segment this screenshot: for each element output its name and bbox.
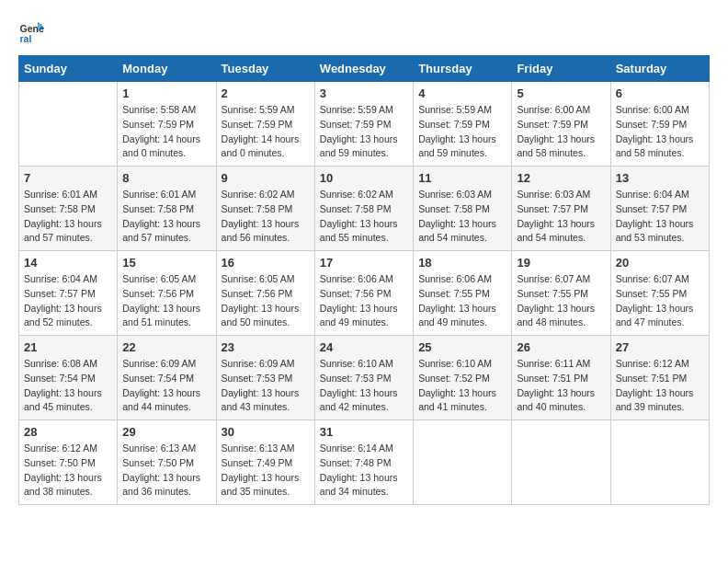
day-info: Sunrise: 6:06 AMSunset: 7:55 PMDaylight:… — [418, 272, 506, 330]
day-info: Sunrise: 6:05 AMSunset: 7:56 PMDaylight:… — [222, 272, 310, 330]
day-number: 1 — [122, 86, 210, 100]
day-info: Sunrise: 6:02 AMSunset: 7:58 PMDaylight:… — [320, 188, 408, 246]
day-number: 12 — [517, 171, 605, 185]
day-number: 18 — [418, 256, 506, 270]
calendar-cell: 26 Sunrise: 6:11 AMSunset: 7:51 PMDaylig… — [512, 336, 610, 420]
day-number: 19 — [517, 256, 605, 270]
day-info: Sunrise: 6:10 AMSunset: 7:53 PMDaylight:… — [320, 357, 408, 415]
day-number: 2 — [222, 86, 310, 100]
day-info: Sunrise: 6:04 AMSunset: 7:57 PMDaylight:… — [616, 188, 704, 246]
col-header-saturday: Saturday — [610, 56, 709, 82]
col-header-sunday: Sunday — [19, 56, 118, 82]
calendar-cell: 19 Sunrise: 6:07 AMSunset: 7:55 PMDaylig… — [512, 251, 610, 336]
day-info: Sunrise: 6:11 AMSunset: 7:51 PMDaylight:… — [517, 357, 605, 415]
week-row-3: 14 Sunrise: 6:04 AMSunset: 7:57 PMDaylig… — [19, 251, 710, 336]
day-info: Sunrise: 6:07 AMSunset: 7:55 PMDaylight:… — [517, 272, 605, 330]
day-number: 26 — [517, 340, 605, 354]
day-info: Sunrise: 5:59 AMSunset: 7:59 PMDaylight:… — [320, 103, 408, 161]
day-info: Sunrise: 5:58 AMSunset: 7:59 PMDaylight:… — [122, 103, 210, 161]
col-header-monday: Monday — [118, 56, 216, 82]
day-number: 9 — [222, 171, 310, 185]
day-number: 25 — [418, 340, 506, 354]
day-number: 8 — [122, 171, 210, 185]
calendar-cell: 6 Sunrise: 6:00 AMSunset: 7:59 PMDayligh… — [610, 82, 709, 167]
day-number: 4 — [418, 86, 506, 100]
calendar-cell: 9 Sunrise: 6:02 AMSunset: 7:58 PMDayligh… — [216, 167, 314, 251]
day-info: Sunrise: 6:02 AMSunset: 7:58 PMDaylight:… — [222, 188, 310, 246]
calendar-cell: 23 Sunrise: 6:09 AMSunset: 7:53 PMDaylig… — [216, 336, 314, 420]
day-number: 23 — [222, 340, 310, 354]
calendar-cell: 4 Sunrise: 5:59 AMSunset: 7:59 PMDayligh… — [414, 82, 512, 167]
day-info: Sunrise: 5:59 AMSunset: 7:59 PMDaylight:… — [222, 103, 310, 161]
svg-text:ral: ral — [20, 33, 32, 44]
calendar-cell: 2 Sunrise: 5:59 AMSunset: 7:59 PMDayligh… — [216, 82, 314, 167]
day-number: 28 — [24, 425, 112, 439]
calendar-cell: 30 Sunrise: 6:13 AMSunset: 7:49 PMDaylig… — [216, 420, 314, 505]
calendar-cell: 17 Sunrise: 6:06 AMSunset: 7:56 PMDaylig… — [314, 251, 413, 336]
week-row-5: 28 Sunrise: 6:12 AMSunset: 7:50 PMDaylig… — [19, 420, 710, 505]
day-info: Sunrise: 6:01 AMSunset: 7:58 PMDaylight:… — [122, 188, 210, 246]
calendar-cell: 31 Sunrise: 6:14 AMSunset: 7:48 PMDaylig… — [314, 420, 413, 505]
day-number: 22 — [122, 340, 210, 354]
day-info: Sunrise: 6:05 AMSunset: 7:56 PMDaylight:… — [122, 272, 210, 330]
calendar-cell: 1 Sunrise: 5:58 AMSunset: 7:59 PMDayligh… — [118, 82, 216, 167]
day-number: 5 — [517, 86, 605, 100]
logo: Gene ral — [18, 18, 50, 46]
calendar-cell: 16 Sunrise: 6:05 AMSunset: 7:56 PMDaylig… — [216, 251, 314, 336]
day-info: Sunrise: 6:01 AMSunset: 7:58 PMDaylight:… — [24, 188, 112, 246]
day-number: 31 — [320, 425, 408, 439]
day-info: Sunrise: 6:09 AMSunset: 7:53 PMDaylight:… — [222, 357, 310, 415]
calendar-cell: 27 Sunrise: 6:12 AMSunset: 7:51 PMDaylig… — [610, 336, 709, 420]
day-number: 30 — [222, 425, 310, 439]
day-number: 6 — [616, 86, 704, 100]
calendar-table: SundayMondayTuesdayWednesdayThursdayFrid… — [18, 55, 710, 505]
day-info: Sunrise: 6:00 AMSunset: 7:59 PMDaylight:… — [517, 103, 605, 161]
calendar-cell: 22 Sunrise: 6:09 AMSunset: 7:54 PMDaylig… — [118, 336, 216, 420]
day-number: 7 — [24, 171, 112, 185]
calendar-cell: 3 Sunrise: 5:59 AMSunset: 7:59 PMDayligh… — [314, 82, 413, 167]
day-number: 13 — [616, 171, 704, 185]
calendar-cell: 20 Sunrise: 6:07 AMSunset: 7:55 PMDaylig… — [610, 251, 709, 336]
week-row-1: 1 Sunrise: 5:58 AMSunset: 7:59 PMDayligh… — [19, 82, 710, 167]
calendar-cell: 5 Sunrise: 6:00 AMSunset: 7:59 PMDayligh… — [512, 82, 610, 167]
calendar-cell: 25 Sunrise: 6:10 AMSunset: 7:52 PMDaylig… — [414, 336, 512, 420]
day-info: Sunrise: 6:12 AMSunset: 7:50 PMDaylight:… — [24, 442, 112, 500]
calendar-cell — [610, 420, 709, 505]
day-number: 15 — [122, 256, 210, 270]
calendar-cell: 14 Sunrise: 6:04 AMSunset: 7:57 PMDaylig… — [19, 251, 118, 336]
calendar-cell: 12 Sunrise: 6:03 AMSunset: 7:57 PMDaylig… — [512, 167, 610, 251]
day-info: Sunrise: 6:03 AMSunset: 7:58 PMDaylight:… — [418, 188, 506, 246]
calendar-cell: 21 Sunrise: 6:08 AMSunset: 7:54 PMDaylig… — [19, 336, 118, 420]
day-info: Sunrise: 6:00 AMSunset: 7:59 PMDaylight:… — [616, 103, 704, 161]
week-row-4: 21 Sunrise: 6:08 AMSunset: 7:54 PMDaylig… — [19, 336, 710, 420]
page-header: Gene ral — [18, 18, 710, 46]
calendar-cell: 7 Sunrise: 6:01 AMSunset: 7:58 PMDayligh… — [19, 167, 118, 251]
calendar-cell: 15 Sunrise: 6:05 AMSunset: 7:56 PMDaylig… — [118, 251, 216, 336]
day-number: 20 — [616, 256, 704, 270]
calendar-cell: 13 Sunrise: 6:04 AMSunset: 7:57 PMDaylig… — [610, 167, 709, 251]
calendar-cell: 28 Sunrise: 6:12 AMSunset: 7:50 PMDaylig… — [19, 420, 118, 505]
day-info: Sunrise: 6:14 AMSunset: 7:48 PMDaylight:… — [320, 442, 408, 500]
calendar-cell: 10 Sunrise: 6:02 AMSunset: 7:58 PMDaylig… — [314, 167, 413, 251]
calendar-cell — [512, 420, 610, 505]
day-info: Sunrise: 6:08 AMSunset: 7:54 PMDaylight:… — [24, 357, 112, 415]
day-number: 29 — [122, 425, 210, 439]
day-number: 16 — [222, 256, 310, 270]
day-number: 14 — [24, 256, 112, 270]
calendar-cell — [414, 420, 512, 505]
day-info: Sunrise: 6:13 AMSunset: 7:49 PMDaylight:… — [222, 442, 310, 500]
col-header-thursday: Thursday — [414, 56, 512, 82]
day-info: Sunrise: 6:07 AMSunset: 7:55 PMDaylight:… — [616, 272, 704, 330]
week-row-2: 7 Sunrise: 6:01 AMSunset: 7:58 PMDayligh… — [19, 167, 710, 251]
day-info: Sunrise: 5:59 AMSunset: 7:59 PMDaylight:… — [418, 103, 506, 161]
day-number: 27 — [616, 340, 704, 354]
day-info: Sunrise: 6:03 AMSunset: 7:57 PMDaylight:… — [517, 188, 605, 246]
calendar-cell: 11 Sunrise: 6:03 AMSunset: 7:58 PMDaylig… — [414, 167, 512, 251]
col-header-tuesday: Tuesday — [216, 56, 314, 82]
calendar-cell: 29 Sunrise: 6:13 AMSunset: 7:50 PMDaylig… — [118, 420, 216, 505]
day-info: Sunrise: 6:09 AMSunset: 7:54 PMDaylight:… — [122, 357, 210, 415]
col-header-wednesday: Wednesday — [314, 56, 413, 82]
calendar-cell: 24 Sunrise: 6:10 AMSunset: 7:53 PMDaylig… — [314, 336, 413, 420]
calendar-cell: 8 Sunrise: 6:01 AMSunset: 7:58 PMDayligh… — [118, 167, 216, 251]
day-number: 10 — [320, 171, 408, 185]
